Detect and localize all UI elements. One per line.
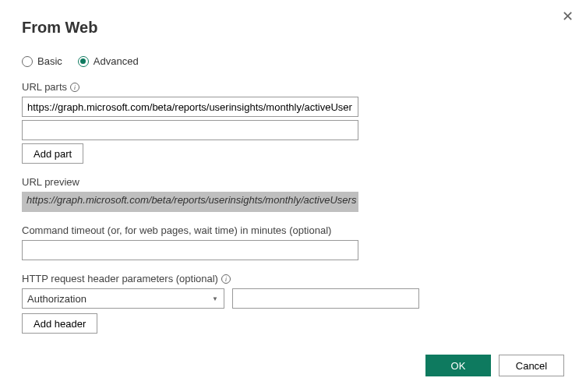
url-part-input-1[interactable] bbox=[22, 120, 358, 140]
radio-advanced-label: Advanced bbox=[94, 55, 139, 67]
header-row: Authorization ▼ bbox=[22, 288, 564, 309]
radio-basic[interactable]: Basic bbox=[22, 55, 62, 67]
timeout-group: Command timeout (or, for web pages, wait… bbox=[22, 224, 564, 260]
radio-icon bbox=[22, 56, 33, 67]
url-parts-label: URL parts i bbox=[22, 81, 564, 93]
url-part-input-0[interactable] bbox=[22, 97, 358, 117]
info-icon[interactable]: i bbox=[221, 274, 231, 284]
headers-label: HTTP request header parameters (optional… bbox=[22, 273, 564, 284]
timeout-label: Command timeout (or, for web pages, wait… bbox=[22, 224, 564, 236]
header-value-input[interactable] bbox=[232, 288, 419, 309]
url-preview-label: URL preview bbox=[22, 176, 564, 188]
header-key-value: Authorization bbox=[22, 288, 224, 309]
dialog-footer: OK Cancel bbox=[425, 355, 564, 376]
ok-button[interactable]: OK bbox=[425, 355, 491, 376]
add-header-button[interactable]: Add header bbox=[22, 313, 97, 334]
url-preview-value: https://graph.microsoft.com/beta/reports… bbox=[22, 192, 358, 212]
radio-icon bbox=[78, 56, 89, 67]
timeout-input[interactable] bbox=[22, 240, 358, 260]
radio-basic-label: Basic bbox=[37, 55, 62, 67]
add-part-button[interactable]: Add part bbox=[22, 143, 83, 164]
close-icon[interactable]: ✕ bbox=[559, 6, 577, 26]
mode-radio-group: Basic Advanced bbox=[22, 55, 564, 67]
dialog-title: From Web bbox=[22, 19, 564, 37]
headers-label-text: HTTP request header parameters (optional… bbox=[22, 273, 218, 284]
info-icon[interactable]: i bbox=[70, 83, 79, 92]
headers-group: HTTP request header parameters (optional… bbox=[22, 273, 564, 334]
header-key-select[interactable]: Authorization ▼ bbox=[22, 288, 224, 309]
url-parts-group: URL parts i Add part bbox=[22, 81, 564, 164]
url-parts-label-text: URL parts bbox=[22, 81, 67, 93]
url-preview-group: URL preview https://graph.microsoft.com/… bbox=[22, 176, 564, 212]
radio-advanced[interactable]: Advanced bbox=[78, 55, 139, 67]
cancel-button[interactable]: Cancel bbox=[499, 355, 564, 376]
